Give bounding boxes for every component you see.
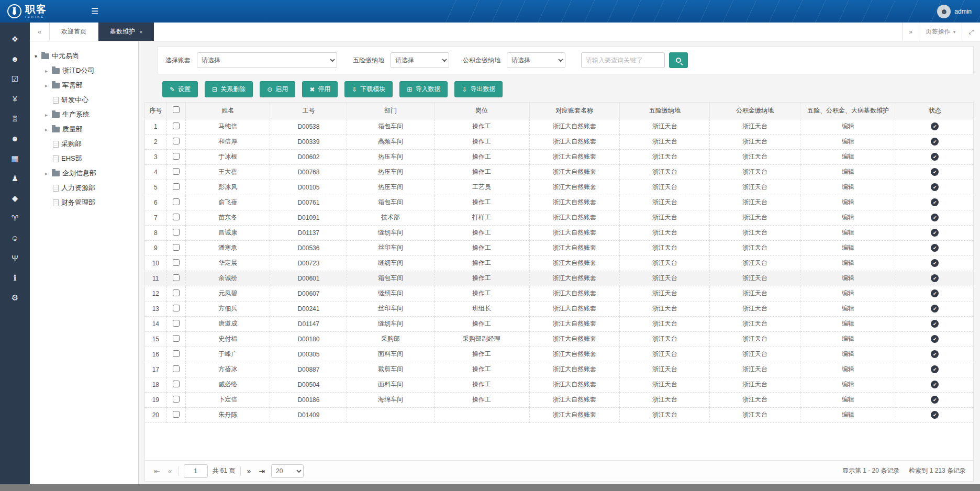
edit-link[interactable]: 编辑 [842,381,854,388]
bank-icon[interactable]: ♖ [12,115,18,122]
expand-icon[interactable]: ⤢ [962,23,980,41]
next-page-icon[interactable]: » [246,467,253,475]
check-square-icon[interactable]: ☑ [12,75,18,83]
tree-caret-icon[interactable]: ▸ [43,127,49,132]
tree-item-7[interactable]: EHS部 [33,151,135,166]
settings-button[interactable]: ✎设置 [162,81,198,97]
tab-scroll-left-icon[interactable]: « [30,23,50,41]
row-checkbox[interactable] [173,168,180,175]
row-checkbox[interactable] [173,229,180,236]
row-checkbox[interactable] [173,274,180,281]
account-select[interactable]: 请选择 [197,52,337,68]
tree-caret-icon[interactable]: ▸ [43,112,49,118]
row-checkbox[interactable] [173,259,180,266]
row-checkbox[interactable] [173,153,180,160]
tab-welcome[interactable]: 欢迎首页 [50,23,98,41]
relation-delete-button[interactable]: ⊟关系删除 [205,81,253,97]
enable-button[interactable]: ⊙启用 [260,81,295,97]
info-icon[interactable]: ℹ [14,274,17,282]
tab-scroll-right-icon[interactable]: » [902,23,919,41]
row-checkbox[interactable] [173,214,180,220]
row-checkbox[interactable] [173,138,180,144]
row-checkbox[interactable] [173,350,180,357]
edit-link[interactable]: 编辑 [842,411,854,418]
disable-button[interactable]: ✖停用 [302,81,338,97]
download-template-button[interactable]: ⇩下载模块 [344,81,393,97]
user-menu[interactable]: ☻ admin [937,5,980,18]
last-page-icon[interactable]: ⇥ [257,467,266,475]
team-icon[interactable]: ☻ [11,135,19,142]
edit-link[interactable]: 编辑 [842,229,854,236]
edit-link[interactable]: 编辑 [842,138,854,145]
row-checkbox[interactable] [173,381,180,387]
edit-link[interactable]: 编辑 [842,289,854,297]
row-checkbox[interactable] [173,244,180,251]
tree-caret-icon[interactable]: ▸ [43,83,49,88]
tree-item-8[interactable]: ▸企划信息部 [33,166,135,181]
row-checkbox[interactable] [173,122,180,129]
row-checkbox[interactable] [173,305,180,311]
trophy-icon[interactable]: Ψ [12,254,18,262]
edit-link[interactable]: 编辑 [842,350,854,358]
edit-link[interactable]: 编辑 [842,198,854,206]
tree-item-4[interactable]: ▸生产系统 [33,107,135,122]
tree-item-5[interactable]: ▸质量部 [33,122,135,137]
edit-link[interactable]: 编辑 [842,183,854,191]
row-checkbox[interactable] [173,335,180,342]
page-size-select[interactable]: 20 [271,464,304,478]
edit-link[interactable]: 编辑 [842,153,854,160]
yen-icon[interactable]: ¥ [13,95,17,103]
first-page-icon[interactable]: ⇤ [152,467,162,475]
prev-page-icon[interactable]: « [166,467,174,475]
briefcase-icon[interactable]: ▦ [11,154,18,162]
edit-link[interactable]: 编辑 [842,335,854,342]
export-data-button[interactable]: ⇩导出数据 [454,81,503,97]
import-data-button[interactable]: ⊞导入数据 [399,81,448,97]
street-view-icon[interactable]: ♟ [12,174,18,182]
search-input[interactable] [581,52,665,68]
graduation-cap-icon[interactable]: ◆ [12,194,18,202]
tree-item-3[interactable]: 研发中心 [33,93,135,107]
edit-link[interactable]: 编辑 [842,396,854,403]
edit-link[interactable]: 编辑 [842,274,854,282]
row-checkbox[interactable] [173,411,180,418]
row-checkbox[interactable] [173,198,180,205]
insurance-place-select[interactable]: 请选择 [391,52,449,68]
tab-base-maintenance[interactable]: 基数维护 × [98,23,154,41]
row-checkbox[interactable] [173,365,180,372]
tree-item-0[interactable]: ▾中元易尚 [33,49,135,63]
row-checkbox[interactable] [173,396,180,403]
edit-link[interactable]: 编辑 [842,259,854,266]
tab-close-icon[interactable]: × [139,29,142,35]
tree-caret-icon[interactable]: ▸ [43,68,49,74]
tab-operations-dropdown[interactable]: 页签操作 ▾ [919,23,962,41]
user-icon[interactable]: ☺ [11,234,19,242]
tree-item-1[interactable]: ▸浙江D公司 [33,63,135,78]
page-number-input[interactable] [184,464,208,478]
edit-link[interactable]: 编辑 [842,244,854,251]
hamburger-menu-icon[interactable]: ☰ [91,6,98,16]
tree-item-10[interactable]: 财务管理部 [33,195,135,210]
cell-fund-place: 浙江天台 [710,255,800,271]
child-icon[interactable]: ♈ [12,214,18,222]
select-all-checkbox[interactable] [173,106,180,113]
tree-item-6[interactable]: 采购部 [33,137,135,151]
search-button[interactable] [669,52,688,68]
gears-icon[interactable]: ⚙ [12,294,18,302]
edit-link[interactable]: 编辑 [842,305,854,312]
tree-caret-icon[interactable]: ▸ [43,171,49,176]
tree-item-9[interactable]: 人力资源部 [33,181,135,195]
edit-link[interactable]: 编辑 [842,122,854,130]
edit-link[interactable]: 编辑 [842,214,854,221]
row-checkbox[interactable] [173,289,180,296]
users-icon[interactable]: ☻ [11,55,19,63]
fund-place-select[interactable]: 请选择 [507,52,565,68]
edit-link[interactable]: 编辑 [842,168,854,175]
edit-link[interactable]: 编辑 [842,320,854,327]
cubes-icon[interactable]: ❖ [12,35,18,43]
edit-link[interactable]: 编辑 [842,365,854,373]
row-checkbox[interactable] [173,320,180,327]
tree-item-2[interactable]: ▸军需部 [33,78,135,93]
tree-caret-icon[interactable]: ▾ [33,53,39,59]
row-checkbox[interactable] [173,183,180,190]
